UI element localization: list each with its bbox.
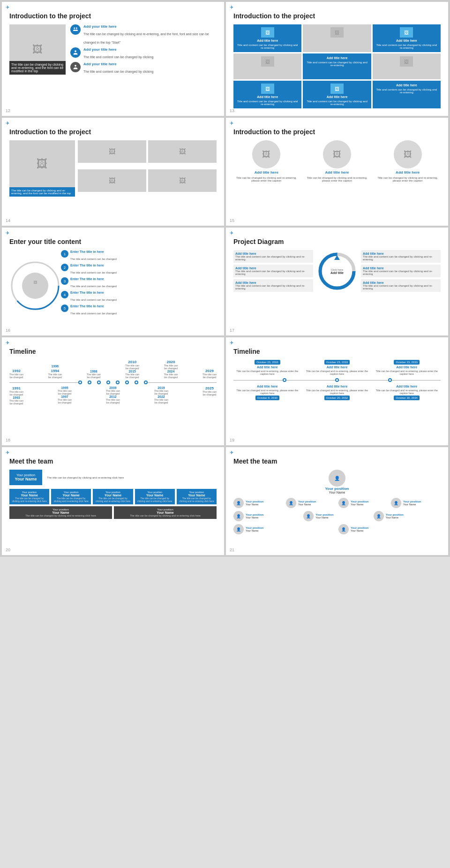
slide-20-title: Meet the team — [9, 457, 217, 465]
s20-top: Your position Your Name The title can be… — [9, 470, 217, 485]
s20-member-4-text: The title can be changed by clicking and… — [137, 497, 173, 503]
s21-name-2-3: Your Name — [386, 516, 404, 519]
s13-cell-3-title: Add title here — [396, 39, 417, 42]
s21-av-2-2: 👤 — [303, 511, 314, 521]
s16-num-5: 5 — [61, 305, 68, 312]
slide-17-layout: Add title here The title and content can… — [233, 250, 441, 292]
s19-bottom-text-2: Title can be changed and re-entering, pl… — [303, 389, 371, 395]
s21-member-1-2: 👤 Your position Your Name — [286, 498, 336, 508]
s13-img-6: 🖼 — [400, 56, 413, 67]
slide-14-layout: 🖼 The title can be changed by clicking a… — [9, 140, 217, 197]
s21-name-2-2: Your Name — [315, 516, 333, 519]
svg-point-6 — [22, 273, 48, 299]
s21-name-1-3: Your Name — [351, 503, 368, 506]
slide-14-main-img: 🖼 — [9, 140, 75, 187]
s18-year-1995-1997: 1995 The title canbe changed 1997 The ti… — [58, 386, 72, 404]
slide-14-right: 🖼 🖼 🖼 🖼 — [78, 140, 217, 197]
s19-title-3: Add title here — [396, 365, 417, 369]
s17-right-2-text: The title and content can be changed by … — [363, 270, 439, 275]
s19-badge-2: October 23, 2033 — [324, 360, 350, 365]
s13-img-8: 🖼 — [330, 84, 344, 94]
s21-featured-avatar: 👤 — [329, 470, 345, 487]
slide-15-items: 🖼 Add title here Title can be changed by… — [233, 140, 441, 182]
s18-year-1991-1993: 1991 The title canbe changed 1993 The ti… — [9, 386, 23, 405]
s20-featured: Your position Your Name — [9, 470, 42, 485]
slide-17-right: Add title here The title and content can… — [361, 250, 441, 292]
slide-12-logo: ✈ — [6, 5, 9, 10]
s20-member-3-name: Your Name — [95, 494, 131, 497]
slide-20: ✈ Meet the team Your position Your Name … — [2, 447, 224, 555]
s20-member-2-text: The title can be changed by clicking and… — [53, 497, 89, 503]
s13-cell-1-title: Add title here — [257, 39, 278, 42]
s19-text-2: Title can be changed and re-entering, pl… — [303, 370, 371, 375]
s21-name-3-2: Your Name — [351, 529, 368, 532]
s18-year-2019-2022: 2019 The title canbe changed 2022 The ti… — [154, 386, 168, 404]
s18-line-top — [9, 381, 217, 384]
s15-item-3-text: Title can be changed by clicking and re-… — [375, 176, 441, 182]
slide-14-img-sm-3: 🖼 — [78, 169, 146, 192]
s16-num-1: 1 — [61, 250, 68, 258]
s21-info-2-1: Your position Your Name — [246, 513, 263, 519]
s15-item-1-text: Title can be changed by clicking and re-… — [233, 176, 300, 182]
s19-bottom-title-1: Add title here — [257, 385, 278, 388]
s17-right-2-title: Add title here — [363, 266, 439, 270]
s16-step-3-text: Enter The title in here The title and co… — [70, 277, 117, 289]
s21-member-1-1: 👤 Your position Your Name — [233, 498, 283, 508]
slide-14-img-sm-1: 🖼 — [78, 140, 146, 163]
s13-cell-8-text: Title and content can be changed by clic… — [306, 100, 368, 106]
svg-point-0 — [74, 28, 75, 29]
s15-item-2-text: Title can be changed by clicking and re-… — [304, 176, 370, 182]
slide-18-title: Timeline — [9, 348, 217, 355]
s16-num-3: 3 — [61, 277, 68, 285]
s20-member-5: Your position Your Name The title can be… — [177, 489, 217, 504]
s15-item-3: 🖼 Add title here Title can be changed by… — [375, 140, 441, 182]
s19-badge-1: October 23, 2033 — [255, 360, 280, 365]
slide-13-grid: 🖼 Add title here Title and content can b… — [233, 24, 441, 108]
s16-step-5: 5 Enter The title in here The title and … — [61, 305, 117, 316]
slide-19-title: Timeline — [233, 348, 441, 355]
slide-14-img-sm-2: 🖼 — [148, 140, 217, 163]
slide-15-title: Introduction to the project — [233, 128, 441, 136]
s19-line — [233, 378, 441, 382]
s17-right-3-title: Add title here — [363, 281, 439, 284]
s21-member-2-1: 👤 Your position Your Name — [233, 511, 300, 521]
s19-bottom-3: Add title here Title can be changed and … — [373, 385, 441, 400]
s20-member-4-name: Your Name — [137, 494, 173, 497]
s18-year-1998: 1998 The title canbe changed — [87, 370, 101, 379]
s20-member-5-name: Your Name — [179, 494, 215, 497]
s21-info-2-2: Your position Your Name — [315, 513, 333, 519]
s16-step-2: 2 Enter The title in here The title and … — [61, 264, 117, 275]
s17-left-3: Add title here The title and content can… — [233, 279, 313, 292]
s17-arrow-wrap: Click here Add title — [318, 252, 356, 290]
s21-name-2-1: Your Name — [246, 516, 263, 519]
image-icon: 🖼 — [32, 44, 43, 56]
slide-18-number: 18 — [6, 438, 10, 442]
s16-step-4: 4 Enter The title in here The title and … — [61, 291, 117, 303]
s17-left-3-text: The title and content can be changed by … — [235, 284, 311, 290]
slide-12-title: Introduction to the project — [9, 12, 217, 20]
slide-18: ✈ Timeline 1992 The title canbe changed … — [2, 337, 224, 445]
s20-member-2-name: Your Name — [53, 494, 89, 497]
s19-bottom-2: Add title here Title can be changed and … — [303, 385, 371, 400]
s17-right-2: Add title here The title and content can… — [361, 265, 441, 277]
slide-18-timeline: 1992 The title canbe changed 1996 1994 T… — [9, 360, 217, 405]
slide-17: ✈ Project Diagram Add title here The tit… — [226, 228, 448, 335]
s20-dark-member-1: Your position Your Name The title can be… — [9, 506, 112, 519]
s19-top-3: October 23, 2033 Add title here Title ca… — [373, 360, 441, 375]
slide-17-logo: ✈ — [230, 230, 233, 236]
s13-cell-2: 🖼 — [303, 24, 371, 52]
slide-14-title: Introduction to the project — [9, 128, 217, 136]
s15-circle-1: 🖼 — [252, 140, 280, 168]
s17-left-1: Add title here The title and content can… — [233, 250, 313, 263]
slide-13-title: Introduction to the project — [233, 12, 441, 20]
slide-20-logo: ✈ — [6, 450, 9, 455]
s21-av-1-2: 👤 — [286, 498, 296, 508]
s19-text-3: Title can be changed and re-entering, pl… — [373, 370, 441, 375]
slide-13-number: 13 — [230, 108, 234, 113]
slide-21-logo: ✈ — [230, 450, 233, 455]
s18-year-2020-2024: 2020 The title canbe changed 2024 The ti… — [164, 360, 178, 379]
s17-left-1-title: Add title here — [235, 252, 311, 255]
s13-img-2: 🖼 — [330, 27, 344, 38]
slide-14-number: 14 — [6, 218, 10, 223]
s16-step-3: 3 Enter The title in here The title and … — [61, 277, 117, 289]
